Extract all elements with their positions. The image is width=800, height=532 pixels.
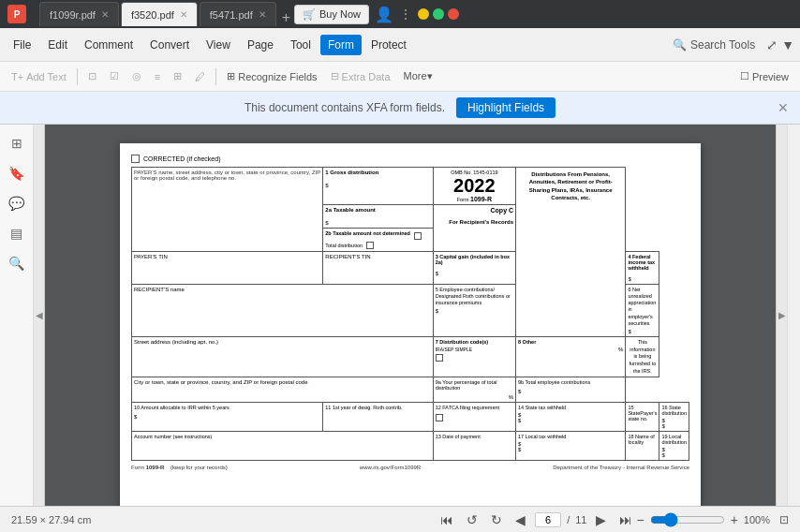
extra-data-label: Extra Data bbox=[342, 71, 391, 82]
recognize-fields-button[interactable]: ⊞ Recognize Fields bbox=[221, 67, 322, 85]
extra-data-button[interactable]: ⊟ Extra Data bbox=[325, 67, 396, 85]
page-input[interactable]: 6 bbox=[535, 512, 561, 527]
taxable-not-det-label: 2b Taxable amount not determined bbox=[325, 230, 410, 236]
total-dist-checkbox[interactable] bbox=[366, 242, 374, 249]
form-id-label: 1099-R bbox=[470, 196, 492, 202]
menu-page[interactable]: Page bbox=[240, 35, 281, 55]
corrected-label: CORRECTED (if checked) bbox=[143, 155, 220, 162]
highlight-fields-button[interactable]: Highlight Fields bbox=[456, 97, 556, 118]
panel-pages-icon[interactable]: ⊞ bbox=[6, 132, 28, 155]
recognize-label: Recognize Fields bbox=[238, 71, 317, 82]
first-page-button[interactable]: ⏮ bbox=[437, 510, 457, 529]
menu-bar-left: File Edit Comment Convert View Page Tool… bbox=[6, 35, 414, 55]
add-text-button[interactable]: T+ Add Text bbox=[6, 68, 72, 85]
panel-comments-icon[interactable]: 💬 bbox=[6, 192, 28, 214]
extra-data-icon: ⊟ bbox=[331, 70, 339, 82]
right-collapse-handle[interactable]: ▶ bbox=[776, 125, 787, 506]
dist-code-label: 7 Distribution code(s) bbox=[436, 339, 489, 345]
pdf-page: CORRECTED (if checked) PAYER'S name, str… bbox=[120, 143, 701, 506]
corrected-checkbox[interactable] bbox=[131, 155, 140, 163]
fed-income-label: 4 Federal income tax withheld bbox=[628, 254, 657, 271]
more-button[interactable]: More▾ bbox=[398, 67, 438, 85]
field-button-5[interactable]: ⊞ bbox=[168, 67, 187, 85]
rotate-right-button[interactable]: ↻ bbox=[487, 510, 506, 529]
preview-check-icon: ☐ bbox=[740, 70, 749, 82]
field-icon-6: 🖊 bbox=[195, 71, 205, 82]
taxable-checkbox[interactable] bbox=[414, 232, 422, 240]
menu-dots-icon[interactable]: ⋮ bbox=[399, 7, 412, 22]
tab-close-icon[interactable]: ✕ bbox=[180, 9, 187, 20]
field-button-3[interactable]: ◎ bbox=[126, 67, 147, 85]
close-button[interactable] bbox=[448, 8, 459, 20]
title-bar: P f1099r.pdf ✕ f3520.pdf ✕ f5471.pdf ✕ +… bbox=[0, 0, 800, 28]
menu-edit[interactable]: Edit bbox=[40, 35, 75, 55]
panel-layers-icon[interactable]: ▤ bbox=[6, 222, 28, 244]
field-button-1[interactable]: ⊡ bbox=[82, 67, 102, 85]
menu-convert[interactable]: Convert bbox=[142, 35, 197, 55]
toolbar-separator-1 bbox=[77, 68, 78, 85]
menu-tool[interactable]: Tool bbox=[283, 35, 319, 55]
add-text-icon: T+ bbox=[11, 71, 23, 82]
next-page-button[interactable]: ▶ bbox=[592, 510, 610, 529]
panel-search-icon[interactable]: 🔍 bbox=[6, 252, 28, 274]
left-collapse-handle[interactable]: ◀ bbox=[34, 125, 45, 506]
date-payment-label: 13 Date of payment bbox=[436, 434, 513, 439]
menu-comment[interactable]: Comment bbox=[77, 35, 141, 55]
year-display: 2022 bbox=[436, 175, 513, 196]
tab-f5471[interactable]: f5471.pdf ✕ bbox=[200, 2, 276, 26]
user-icon[interactable]: 👤 bbox=[375, 6, 393, 23]
field-button-4[interactable]: ≡ bbox=[149, 68, 166, 85]
cap-gain-label: 3 Capital gain (included in box 2a) bbox=[436, 254, 513, 265]
fatca-label: 12 FATCA filing requirement bbox=[436, 405, 513, 410]
page-navigation: ⏮ ↺ ↻ ◀ 6 / 11 ▶ ⏭ bbox=[437, 510, 636, 529]
tab-f1099r[interactable]: f1099r.pdf ✕ bbox=[39, 2, 119, 26]
tab-f3520[interactable]: f3520.pdf ✕ bbox=[121, 2, 198, 26]
minimize-button[interactable] bbox=[418, 8, 429, 20]
treasury-label: Department of the Treasury - Internal Re… bbox=[553, 465, 689, 470]
main-area: ⊞ 🔖 💬 ▤ 🔍 ◀ CORRECTED (if checked) bbox=[0, 125, 800, 506]
zoom-controls: − + 100% ⊡ bbox=[636, 512, 789, 527]
menu-view[interactable]: View bbox=[199, 35, 238, 55]
fit-page-button[interactable]: ⊡ bbox=[779, 513, 789, 526]
title-bar-left: P f1099r.pdf ✕ f3520.pdf ✕ f5471.pdf ✕ + bbox=[7, 2, 294, 26]
field-button-2[interactable]: ☑ bbox=[104, 67, 125, 85]
zoom-out-button[interactable]: − bbox=[636, 512, 644, 527]
last-page-button[interactable]: ⏭ bbox=[615, 510, 636, 529]
field-icon-2: ☑ bbox=[110, 70, 119, 82]
tab-close-icon[interactable]: ✕ bbox=[101, 9, 109, 20]
menu-bar-right: 🔍 Search Tools ⤢ ▼ bbox=[665, 35, 794, 55]
maximize-button[interactable] bbox=[433, 8, 444, 20]
menu-file[interactable]: File bbox=[6, 35, 38, 55]
other-label: 8 Other bbox=[518, 339, 623, 345]
notification-close-button[interactable]: ✕ bbox=[778, 100, 789, 115]
prev-page-button[interactable]: ◀ bbox=[511, 510, 529, 529]
add-tab-button[interactable]: + bbox=[278, 9, 294, 26]
fatca-checkbox[interactable] bbox=[436, 414, 443, 421]
help-icon[interactable]: ▼ bbox=[781, 37, 794, 52]
dist-code-checkbox[interactable] bbox=[436, 354, 443, 362]
dist-code-value: IRA/SEP SIMPLE bbox=[436, 347, 489, 352]
rotate-left-button[interactable]: ↺ bbox=[463, 510, 481, 529]
app-icon: P bbox=[7, 5, 26, 23]
page-separator: / bbox=[567, 514, 570, 525]
expand-icon[interactable]: ⤢ bbox=[766, 37, 778, 52]
preview-checkbox[interactable]: ☐ Preview bbox=[734, 67, 794, 85]
street-addr-label: Street address (including apt. no.) bbox=[134, 339, 431, 345]
pdf-viewer[interactable]: CORRECTED (if checked) PAYER'S name, str… bbox=[45, 125, 776, 506]
panel-bookmarks-icon[interactable]: 🔖 bbox=[6, 162, 28, 185]
buy-now-button[interactable]: 🛒 Buy Now bbox=[294, 5, 369, 24]
right-scrollbar[interactable] bbox=[787, 125, 800, 506]
tab-close-icon[interactable]: ✕ bbox=[259, 9, 266, 20]
tab-label: f5471.pdf bbox=[210, 9, 253, 21]
zoom-in-button[interactable]: + bbox=[731, 512, 738, 527]
amt-irr-label: 10 Amount allocable to IRR within 5 year… bbox=[134, 405, 320, 410]
zoom-percent: 100% bbox=[744, 514, 770, 525]
field-button-6[interactable]: 🖊 bbox=[189, 68, 211, 85]
preview-label: Preview bbox=[752, 71, 789, 82]
zoom-slider[interactable] bbox=[650, 512, 725, 527]
payer-label: PAYER'S name, street address, city or to… bbox=[134, 170, 320, 181]
menu-form[interactable]: Form bbox=[320, 35, 362, 55]
search-tools-button[interactable]: 🔍 Search Tools bbox=[665, 35, 763, 55]
cart-icon: 🛒 bbox=[303, 8, 316, 21]
menu-protect[interactable]: Protect bbox=[363, 35, 414, 55]
